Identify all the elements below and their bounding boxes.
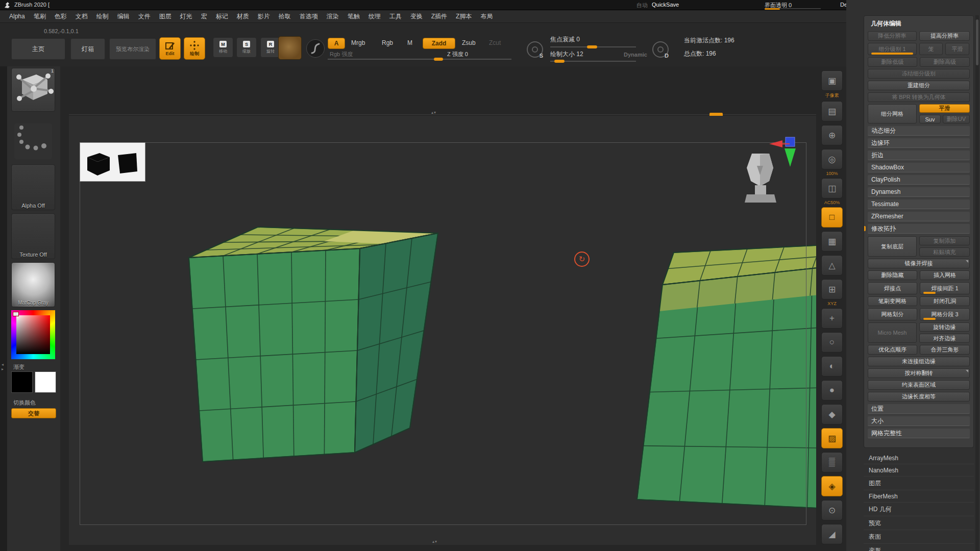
color-picker[interactable] bbox=[11, 310, 55, 359]
current-stroke-tile[interactable] bbox=[306, 39, 325, 58]
menu-item-9[interactable]: 宏 bbox=[201, 12, 207, 21]
left-tray-divider[interactable]: ◂▸ bbox=[0, 66, 7, 551]
palette-item-2[interactable]: 图层 bbox=[864, 477, 974, 490]
zremesher-section[interactable]: ZRemesher bbox=[868, 212, 970, 221]
bottom-divider-handle[interactable]: ▴▾ bbox=[432, 539, 437, 544]
del-lower-button[interactable]: 删除低级 bbox=[868, 57, 917, 67]
current-brush-tile[interactable] bbox=[278, 36, 302, 60]
freeze-subdiv-button[interactable]: 冻结细分级别 bbox=[868, 69, 970, 79]
m-button[interactable]: M bbox=[407, 39, 412, 46]
duplicate-row-r1[interactable]: 复制添加 bbox=[919, 236, 970, 245]
z-intensity-handle[interactable] bbox=[434, 58, 443, 61]
menu-item-16[interactable]: 笔触 bbox=[348, 12, 360, 21]
by-symmetry-button[interactable]: 按对称翻转 bbox=[868, 368, 970, 378]
micromesh-row-r2[interactable]: 对齐边缘 bbox=[919, 334, 970, 343]
menu-item-13[interactable]: 拾取 bbox=[279, 12, 291, 21]
gradient-label[interactable]: 渐变 bbox=[13, 363, 24, 371]
tray-resize-handle[interactable]: ◂▸ bbox=[2, 362, 4, 371]
document-canvas[interactable]: ↻ ▴▾ bbox=[69, 116, 816, 545]
xpose-button[interactable]: ◆ bbox=[821, 404, 843, 424]
menu-item-18[interactable]: 工具 bbox=[389, 12, 402, 21]
solo-button[interactable]: ● bbox=[821, 380, 843, 400]
lightbox-button[interactable]: 灯箱 bbox=[70, 38, 105, 60]
focal-shift-label[interactable]: 焦点衰减 0 bbox=[550, 35, 580, 44]
higher-res-button[interactable]: 提高分辨率 bbox=[919, 31, 970, 41]
frame-button[interactable]: □ bbox=[821, 207, 843, 228]
draw-size-handle[interactable] bbox=[554, 60, 565, 63]
draw-button[interactable]: 绘制 bbox=[184, 37, 205, 60]
menu-item-4[interactable]: 绘制 bbox=[96, 12, 109, 21]
scroll-doc-button[interactable]: ▤ bbox=[821, 101, 843, 121]
polyframe-button[interactable]: ▦ bbox=[821, 231, 843, 252]
edgeloop-section[interactable]: 边缘环 bbox=[868, 138, 970, 148]
modify-topology-section[interactable]: 修改拓扑 bbox=[868, 224, 970, 234]
crease-section[interactable]: 折边 bbox=[868, 151, 970, 160]
intensity-slider-track[interactable] bbox=[328, 59, 511, 60]
right-tray-scrollbar[interactable] bbox=[975, 15, 979, 551]
palette-item-0[interactable]: ArrayMesh bbox=[864, 452, 974, 464]
main-color-swatch[interactable] bbox=[11, 371, 33, 393]
secondary-color-swatch[interactable] bbox=[35, 371, 56, 393]
duplicate-row-main[interactable]: 复制底层 bbox=[868, 236, 917, 257]
move-button[interactable]: M 移动 bbox=[213, 37, 233, 58]
menu-item-3[interactable]: 文档 bbox=[76, 12, 88, 21]
menu-item-15[interactable]: 渲染 bbox=[327, 12, 339, 21]
lower-res-button[interactable]: 降低分辨率 bbox=[868, 31, 917, 41]
stroke-settings-icon[interactable]: S bbox=[527, 41, 543, 58]
sculptris-button[interactable]: ◈ bbox=[821, 476, 843, 496]
menu-item-20[interactable]: Z插件 bbox=[431, 12, 447, 21]
menu-item-2[interactable]: 色彩 bbox=[55, 12, 67, 21]
dynamic-subdiv-section[interactable]: 动态细分 bbox=[868, 126, 970, 136]
depth-settings-icon[interactable]: D bbox=[652, 41, 669, 58]
optimize-row-right[interactable]: 合并三角形 bbox=[920, 345, 970, 355]
menu-item-19[interactable]: 变换 bbox=[410, 12, 423, 21]
aa-half-button[interactable]: ◫ bbox=[821, 178, 843, 198]
gizmo-xyz-button[interactable]: + bbox=[821, 308, 843, 329]
quicksave-button[interactable]: QuickSave bbox=[652, 2, 679, 8]
switch-color-label[interactable]: 切换颜色 bbox=[13, 399, 36, 407]
menu-item-22[interactable]: 布局 bbox=[480, 12, 493, 21]
convert-bpr-button[interactable]: 将 BPR 转换为几何体 bbox=[868, 92, 970, 102]
rgb-intensity-label[interactable]: Rgb 强度 bbox=[330, 51, 353, 58]
current-brush-zmodeler-tile[interactable]: 1 ZModeler bbox=[11, 68, 55, 112]
rgb-button[interactable]: Rgb bbox=[382, 39, 393, 46]
alpha-channel-toggle[interactable]: A bbox=[328, 38, 345, 49]
mirror-and-weld-button[interactable]: 镜像并焊接 bbox=[868, 259, 970, 268]
smt-small-button[interactable]: 平滑 bbox=[945, 43, 969, 55]
masking-button[interactable]: ▒ bbox=[821, 452, 843, 472]
delhidden-row-right[interactable]: 插入网格 bbox=[920, 270, 970, 280]
del-higher-button[interactable]: 删除高级 bbox=[920, 57, 970, 67]
meshsplit-row-slider[interactable]: 网格分段 3 bbox=[920, 308, 970, 320]
palette-item-3[interactable]: FiberMesh bbox=[864, 490, 974, 503]
menu-item-6[interactable]: 文件 bbox=[138, 12, 151, 21]
palette-item-7[interactable]: 变形 bbox=[864, 544, 974, 551]
menu-item-8[interactable]: 灯光 bbox=[180, 12, 192, 21]
menu-item-17[interactable]: 纹理 bbox=[369, 12, 381, 21]
preview-boolean-button[interactable]: 预览布尔渲染 bbox=[109, 38, 156, 60]
constrain-surface-button[interactable]: 约束表面区域 bbox=[868, 380, 970, 390]
unweld-group-border-button[interactable]: 未连接组边缘 bbox=[868, 357, 970, 366]
weld-row-slider[interactable]: 焊接间距 1 bbox=[920, 282, 970, 294]
micromesh-row-main[interactable]: Micro Mesh bbox=[868, 322, 917, 343]
micromesh-row-r1[interactable]: 旋转边缘 bbox=[919, 322, 970, 332]
zoom3d-button[interactable]: ⊕ bbox=[821, 125, 843, 145]
reconstruct-subdiv-button[interactable]: 重建细分 bbox=[868, 81, 970, 90]
zcut-button[interactable]: Zcut bbox=[489, 39, 501, 46]
menu-item-alpha[interactable]: Alpha bbox=[9, 13, 25, 20]
ui-transparency-handle[interactable] bbox=[765, 8, 780, 10]
z-intensity-label[interactable]: Z 强度 0 bbox=[447, 51, 468, 58]
brushmesh-row-right[interactable]: 封闭孔洞 bbox=[920, 296, 970, 306]
del-uv-button[interactable]: 删除UV bbox=[943, 115, 970, 123]
meshsplit-row-left[interactable]: 网格划分 bbox=[868, 308, 917, 320]
delhidden-row-left[interactable]: 删除隐藏 bbox=[868, 270, 917, 280]
bpr-render-button[interactable]: ▣ bbox=[821, 70, 843, 91]
axis-orientation-widget[interactable] bbox=[767, 136, 803, 172]
duplicate-row-r2[interactable]: 粘贴填充 bbox=[919, 247, 970, 257]
size-section[interactable]: 大小 bbox=[868, 416, 970, 426]
zsphere-preview-button[interactable]: ◢ bbox=[821, 524, 843, 544]
equalize-edge-button[interactable]: 边缘长度相等 bbox=[868, 392, 970, 402]
rotate-button[interactable]: R 旋转 bbox=[260, 37, 281, 58]
menu-item-12[interactable]: 影片 bbox=[258, 12, 270, 21]
prev-color-swatch[interactable] bbox=[13, 312, 19, 316]
dynamesh-section[interactable]: Dynamesh bbox=[868, 187, 970, 197]
